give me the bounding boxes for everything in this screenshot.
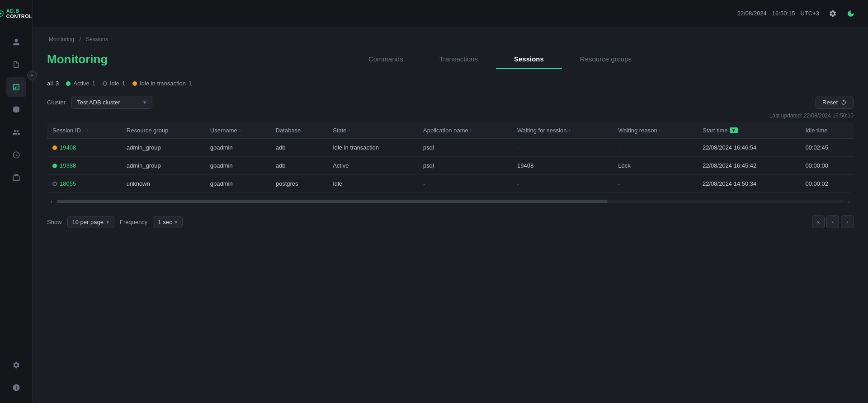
cell-idle-time: 00:00:00	[800, 157, 854, 175]
frequency-select[interactable]: 1 sec ▾	[153, 216, 183, 228]
scroll-left-arrow[interactable]: ‹	[48, 197, 55, 206]
cell-database: postgres	[270, 175, 327, 193]
per-page-select[interactable]: 10 per page ▾	[67, 216, 114, 228]
cell-database: adb	[270, 139, 327, 157]
th-username: Username ›	[205, 122, 270, 139]
reset-label: Reset	[822, 99, 838, 106]
th-application-name: Application name ›	[418, 122, 512, 139]
cell-waiting-session: 19408	[512, 157, 613, 175]
cell-waiting-session: -	[512, 139, 613, 157]
th-waiting-reason: Waiting reason ›	[613, 122, 697, 139]
tab-transactions[interactable]: Transactions	[421, 50, 496, 69]
page-header: Monitoring Commands Transactions Session…	[47, 50, 854, 69]
th-state: State ›	[327, 122, 418, 139]
sidebar-item-document[interactable]	[6, 55, 26, 75]
sidebar-item-info[interactable]	[6, 378, 26, 398]
chevron-state-icon[interactable]: ›	[349, 128, 350, 133]
cluster-select-wrap: Cluster Test ADB cluster ▾	[47, 96, 152, 109]
cell-idle-time: 00:00:02	[800, 175, 854, 193]
cell-waiting-reason: -	[613, 175, 697, 193]
filter-start-time-icon[interactable]: ▼	[730, 127, 738, 133]
pagination: « ‹ ›	[812, 216, 854, 228]
scroll-thumb	[57, 200, 608, 203]
per-page-chevron-icon: ▾	[106, 219, 109, 225]
th-start-time: Start time ▼	[697, 122, 800, 139]
cluster-value: Test ADB cluster	[77, 99, 120, 106]
scroll-track[interactable]	[57, 200, 844, 203]
tab-resource-groups[interactable]: Resource groups	[562, 50, 650, 69]
th-waiting-session: Waiting for session ›	[512, 122, 613, 139]
cell-waiting-session: -	[512, 175, 613, 193]
sidebar-item-monitoring[interactable]	[6, 77, 26, 97]
breadcrumb: Monitoring / Sessions	[47, 36, 854, 42]
filter-idle-transaction[interactable]: Idle in transaction 1	[132, 80, 192, 87]
page-next-button[interactable]: ›	[841, 216, 854, 228]
cell-start-time: 22/08/2024 14:50:34	[697, 175, 800, 193]
header-icons	[826, 7, 857, 20]
active-dot	[66, 81, 71, 86]
cell-state: Idle	[327, 175, 418, 193]
state-dot	[52, 145, 57, 150]
cell-application-name: psql	[418, 139, 512, 157]
page-prev-button[interactable]: ‹	[826, 216, 839, 228]
idle-dot	[103, 81, 107, 86]
session-id-link[interactable]: 19388	[52, 162, 116, 169]
cell-state: Active	[327, 157, 418, 175]
page-content: Monitoring / Sessions Monitoring Command…	[33, 27, 868, 403]
page-first-button[interactable]: «	[812, 216, 825, 228]
reset-button[interactable]: Reset	[816, 96, 854, 109]
chevron-appname-icon[interactable]: ›	[470, 128, 472, 133]
sidebar-item-briefcase[interactable]	[6, 168, 26, 187]
chevron-waiting-session-icon[interactable]: ›	[568, 128, 570, 133]
cell-session-id: 19408	[47, 139, 121, 157]
show-label: Show	[47, 219, 62, 225]
sidebar-item-activity[interactable]	[6, 145, 26, 165]
th-resource-group: Resource group	[121, 122, 205, 139]
bottom-bar: Show 10 per page ▾ Frequency 1 sec ▾ « ‹…	[47, 210, 854, 234]
cluster-select[interactable]: Test ADB cluster ▾	[71, 96, 152, 109]
data-table: Session ID ↑ › Resource group Username ›	[47, 122, 854, 193]
header-date: 22/08/2024	[737, 10, 767, 17]
sidebar-collapse-button[interactable]	[27, 70, 37, 80]
cell-session-id: 19388	[47, 157, 121, 175]
table-header-row: Session ID ↑ › Resource group Username ›	[47, 122, 854, 139]
frequency-chevron-icon: ▾	[175, 219, 178, 225]
top-header: 22/08/2024 16:50:15 UTC+3	[33, 0, 868, 27]
cell-idle-time: 00:02:45	[800, 139, 854, 157]
sidebar-item-database[interactable]	[6, 100, 26, 120]
page-title: Monitoring	[47, 52, 146, 66]
th-session-id: Session ID ↑ ›	[47, 122, 121, 139]
session-id-link[interactable]: 18055	[52, 180, 116, 187]
header-clock: 16:50:15	[772, 10, 795, 17]
filter-idle-transaction-count: 1	[189, 80, 192, 87]
session-id-link[interactable]: 19408	[52, 144, 116, 151]
cell-username: gpadmin	[205, 175, 270, 193]
table-row: 18055 unknown gpadmin postgres Idle - - …	[47, 175, 854, 193]
tab-sessions[interactable]: Sessions	[496, 50, 562, 69]
reset-icon	[840, 99, 847, 106]
table-row: 19388 admin_group gpadmin adb Active psq…	[47, 157, 854, 175]
cell-start-time: 22/08/2024 16:45:42	[697, 157, 800, 175]
th-idle-time: Idle time	[800, 122, 854, 139]
header-timezone: UTC+3	[800, 10, 819, 17]
sidebar: AD.B CONTROL	[0, 0, 33, 403]
chevron-username-icon[interactable]: ›	[239, 128, 241, 133]
filter-active[interactable]: Active 1	[66, 80, 95, 87]
state-dot	[52, 182, 57, 186]
theme-icon[interactable]	[844, 7, 857, 20]
sidebar-item-user[interactable]	[6, 32, 26, 52]
sidebar-item-settings[interactable]	[6, 355, 26, 375]
breadcrumb-monitoring[interactable]: Monitoring	[49, 36, 74, 42]
scroll-right-arrow[interactable]: ›	[845, 197, 853, 206]
filter-idle[interactable]: Idle 1	[103, 80, 125, 87]
cell-application-name: psql	[418, 157, 512, 175]
filter-all-count: 3	[56, 80, 59, 87]
sidebar-item-users[interactable]	[6, 122, 26, 142]
settings-icon[interactable]	[826, 7, 839, 20]
chevron-session-icon[interactable]: ›	[87, 128, 88, 133]
tab-commands[interactable]: Commands	[350, 50, 421, 69]
chevron-waiting-reason-icon[interactable]: ›	[659, 128, 660, 133]
frequency-value: 1 sec	[158, 219, 172, 225]
filter-all[interactable]: all 3	[47, 80, 59, 87]
sort-up-icon[interactable]: ↑	[83, 128, 85, 133]
